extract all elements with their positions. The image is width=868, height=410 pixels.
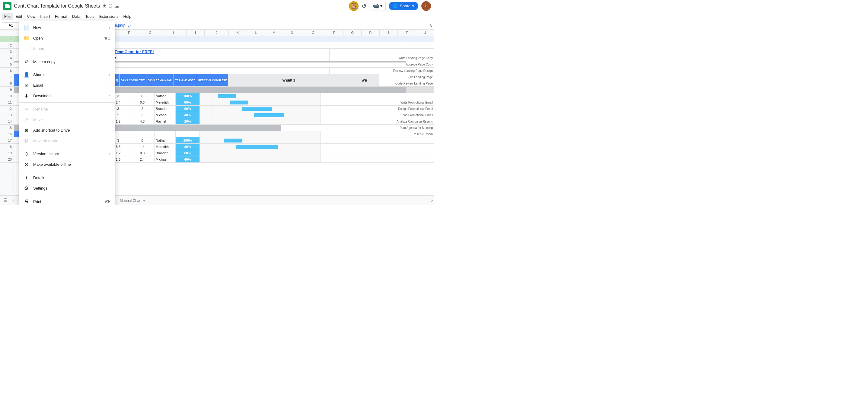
cell-reference[interactable] <box>2 22 20 28</box>
shortcut-icon: ⊕ <box>24 127 29 133</box>
gantt-header-pct-complete: PERCENT COMPLETE <box>197 74 229 86</box>
tab-manual-chart[interactable]: Manual Chart ▾ <box>116 196 149 205</box>
divider-1 <box>19 55 115 55</box>
tab-manual-chart-arrow: ▾ <box>143 199 145 203</box>
version-history-label: Version history <box>33 152 105 156</box>
menu-edit[interactable]: Edit <box>13 13 25 20</box>
col-header-P: P <box>326 30 343 36</box>
menu-new-item[interactable]: 📄 New › <box>19 22 115 33</box>
history-icon[interactable]: ↺ <box>362 2 367 10</box>
row-num-19: 19 <box>0 150 13 156</box>
tab-scroll-right[interactable]: › <box>431 198 433 203</box>
row-numbers: 1 2 3 4 5 6 7 8 9 10 11 12 13 14 15 16 1… <box>0 30 14 195</box>
top-bar: Gantt Chart Template for Google Sheets ★… <box>0 0 434 12</box>
menu-view[interactable]: View <box>25 13 38 20</box>
menu-version-history-item[interactable]: ⊙ Version history › <box>19 149 115 159</box>
menu-add-shortcut-item[interactable]: ⊕ Add shortcut to Drive <box>19 125 115 136</box>
add-shortcut-label: Add shortcut to Drive <box>33 128 111 133</box>
offline-label: Make available offline <box>33 162 111 167</box>
menu-share-item[interactable]: 👤 Share › <box>19 69 115 80</box>
menu-file[interactable]: File <box>2 13 13 20</box>
gantt-spacer3 <box>200 106 212 112</box>
cell-t2-4-tm: Michael <box>155 156 176 163</box>
share-button[interactable]: 🌐 Share ▾ <box>389 2 418 10</box>
meet-button[interactable]: 📹 ▾ <box>370 1 386 11</box>
new-submenu-arrow: › <box>109 26 111 30</box>
title-icons: ★ ⬡ ☁ <box>102 3 119 9</box>
details-label: Details <box>33 175 111 180</box>
download-submenu-arrow: › <box>109 94 111 98</box>
gantt-bar-t2-4 <box>200 156 320 163</box>
tab-manual-chart-label: Manual Chart <box>120 199 142 203</box>
row-num-9: 9 <box>0 87 13 93</box>
divider-5 <box>19 171 115 171</box>
row-num-4: 4 <box>0 55 13 61</box>
owl-avatar: 🦉 <box>349 1 359 11</box>
cell-t2-2-dr: 1.4 <box>130 144 155 150</box>
row-num-18: 18 <box>0 144 13 150</box>
menu-print-item[interactable]: 🖨 Print ⌘P <box>19 196 115 205</box>
gantt-spacer <box>200 93 212 99</box>
menu-extensions[interactable]: Extensions <box>97 13 121 20</box>
cell-t2-3-dr: 0.8 <box>130 150 155 156</box>
gantt-spacer4 <box>200 112 212 118</box>
row-num-15: 15 <box>0 125 13 131</box>
menu-offline-item[interactable]: ⊘ Make available offline <box>19 159 115 170</box>
user-avatar[interactable]: U <box>421 1 431 11</box>
drive-icon[interactable]: ⬡ <box>108 3 113 9</box>
move-trash-label: Move to trash <box>33 139 111 143</box>
menu-import-item: → Import <box>19 43 115 54</box>
cell-s2-pct <box>176 131 200 137</box>
cell-task5-tm: Rachel <box>155 118 176 124</box>
share-label: Share <box>400 4 410 8</box>
cell-task4-dr: 3 <box>130 112 155 118</box>
menu-details-item[interactable]: ℹ Details <box>19 172 115 183</box>
gantt-header-days-complete: DAYS COMPLETE* <box>120 74 146 86</box>
row-num-13: 13 <box>0 112 13 118</box>
email-label: Email <box>33 83 105 88</box>
cloud-icon[interactable]: ☁ <box>114 3 119 9</box>
col-header-Q: Q <box>343 30 362 36</box>
row-num-11: 11 <box>0 99 13 106</box>
rename-icon: ✏ <box>24 106 29 112</box>
cell-task2-tm: Meredith <box>155 99 176 106</box>
row-num-5: 5 <box>0 61 13 68</box>
row-num-10: 10 <box>0 93 13 99</box>
cell-t2-1-dr: 0 <box>130 137 155 143</box>
row-num-7: 7 <box>0 74 13 80</box>
star-icon[interactable]: ★ <box>102 3 106 9</box>
menu-email-item[interactable]: ✉ Email › <box>19 80 115 91</box>
menu-tools[interactable]: Tools <box>83 13 97 20</box>
gantt-bar-t2-2 <box>200 144 320 150</box>
col-header-S: S <box>380 30 398 36</box>
top-right-actions: 🦉 ↺ 📹 ▾ 🌐 Share ▾ U <box>349 1 431 11</box>
row-num-2: 2 <box>0 42 13 49</box>
add-sheet-button[interactable]: + <box>10 196 18 205</box>
menu-help[interactable]: Help <box>121 13 134 20</box>
menu-settings-item[interactable]: ⚙ Settings <box>19 183 115 194</box>
cell-task4-pct: 40% <box>176 112 200 118</box>
menu-open-item[interactable]: 📁 Open ⌘O <box>19 33 115 43</box>
collapse-button[interactable]: ∧ <box>429 23 432 28</box>
file-dropdown-menu: 📄 New › 📁 Open ⌘O → Import ⧉ Make a copy… <box>19 21 115 205</box>
cell-t2-1-pct: 100% <box>176 137 200 143</box>
cell-t2-4-pct: 40% <box>176 156 200 163</box>
col-header-O: O <box>301 30 326 36</box>
sheets-menu-icon[interactable]: ☰ <box>1 196 10 205</box>
col-header-L: L <box>247 30 265 36</box>
email-submenu-arrow: › <box>109 83 111 88</box>
menu-format[interactable]: Format <box>53 13 70 20</box>
offline-icon: ⊘ <box>24 162 29 167</box>
menu-insert[interactable]: Insert <box>38 13 53 20</box>
cell-t2-1-tm: Nathan <box>155 137 176 143</box>
gantt-week2-header: WE <box>349 74 379 86</box>
copy-icon: ⧉ <box>24 59 29 64</box>
menu-data[interactable]: Data <box>70 13 83 20</box>
video-icon: 📹 <box>373 3 379 9</box>
col-header-J: J <box>205 30 229 36</box>
gantt-bar-t2-3 <box>200 150 320 156</box>
meet-label: ▾ <box>380 4 382 8</box>
menu-make-copy-item[interactable]: ⧉ Make a copy <box>19 56 115 67</box>
menu-download-item[interactable]: ⬇ Download › <box>19 91 115 101</box>
gantt-spacer2 <box>200 99 212 106</box>
